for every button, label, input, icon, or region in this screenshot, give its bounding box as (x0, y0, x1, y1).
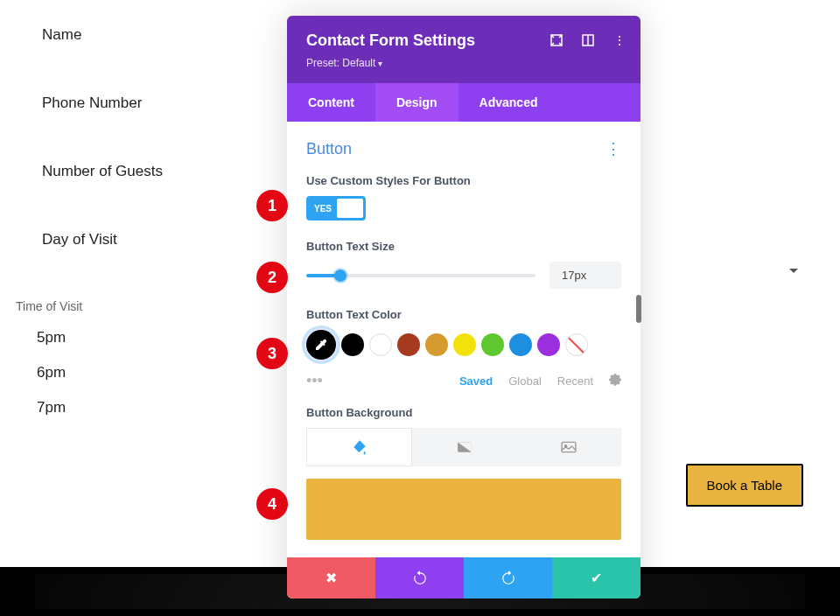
swatch-yellow[interactable] (453, 333, 476, 356)
section-title[interactable]: Button (306, 140, 352, 158)
swatch-none[interactable] (565, 333, 588, 356)
bg-gradient-tab[interactable] (412, 428, 516, 466)
toggle-knob (337, 199, 363, 218)
layout-icon[interactable] (581, 33, 595, 47)
text-size-value[interactable]: 17px (550, 262, 621, 289)
tab-advanced[interactable]: Advanced (458, 83, 559, 122)
swatch-brown[interactable] (397, 333, 420, 356)
tab-design[interactable]: Design (375, 83, 458, 122)
text-color-label: Button Text Color (306, 308, 621, 321)
expand-icon[interactable] (550, 33, 564, 47)
book-table-button[interactable]: Book a Table (686, 464, 803, 507)
section-more-icon[interactable]: ⋮ (606, 139, 621, 158)
slider-thumb[interactable] (334, 270, 346, 282)
text-size-label: Button Text Size (306, 240, 621, 253)
close-button[interactable]: ✖ (287, 557, 375, 598)
swatch-gold[interactable] (425, 333, 448, 356)
color-more-icon[interactable]: ••• (306, 372, 323, 390)
field-phone: Phone Number (42, 94, 220, 112)
more-vertical-icon[interactable]: ⋮ (612, 33, 626, 47)
chevron-down-icon[interactable] (789, 269, 798, 273)
global-tab[interactable]: Global (508, 374, 542, 388)
color-picker-button[interactable] (306, 330, 336, 360)
bg-preview[interactable] (306, 479, 621, 540)
color-swatches (306, 330, 621, 360)
bg-fill-tab[interactable] (306, 428, 412, 466)
annotation-1: 1 (256, 190, 288, 221)
saved-tab[interactable]: Saved (459, 374, 493, 388)
tab-content[interactable]: Content (287, 83, 375, 122)
swatch-blue[interactable] (509, 333, 532, 356)
undo-button[interactable] (375, 557, 464, 598)
swatch-black[interactable] (341, 333, 364, 356)
swatch-green[interactable] (481, 333, 504, 356)
custom-styles-toggle[interactable]: YES (306, 196, 366, 220)
gear-icon[interactable] (609, 374, 621, 388)
field-day: Day of Visit (42, 231, 220, 248)
bg-label: Button Background (306, 406, 621, 419)
svg-rect-4 (562, 442, 576, 452)
toggle-yes-label: YES (309, 204, 337, 214)
bg-image-tab[interactable] (517, 428, 621, 466)
annotation-2: 2 (256, 262, 288, 293)
time-option-5pm[interactable]: 5pm (37, 329, 220, 346)
annotation-3: 3 (256, 338, 288, 369)
save-button[interactable]: ✔ (552, 557, 640, 598)
redo-button[interactable] (464, 557, 552, 598)
swatch-purple[interactable] (537, 333, 560, 356)
settings-modal: Contact Form Settings Preset: Default ⋮ … (287, 16, 640, 598)
time-option-7pm[interactable]: 7pm (37, 399, 220, 416)
main-tabs: Content Design Advanced (287, 83, 640, 122)
text-size-slider[interactable] (306, 274, 536, 277)
swatch-white[interactable] (369, 333, 392, 356)
preset-dropdown[interactable]: Preset: Default (306, 57, 621, 69)
field-guests: Number of Guests (42, 163, 220, 180)
custom-styles-label: Use Custom Styles For Button (306, 174, 621, 187)
recent-tab[interactable]: Recent (557, 374, 593, 388)
time-label: Time of Visit (16, 299, 220, 313)
time-option-6pm[interactable]: 6pm (37, 364, 220, 382)
annotation-4: 4 (256, 488, 288, 520)
field-name: Name (42, 26, 220, 44)
modal-header: Contact Form Settings Preset: Default ⋮ (287, 16, 640, 83)
scrollbar-handle[interactable] (636, 295, 641, 323)
